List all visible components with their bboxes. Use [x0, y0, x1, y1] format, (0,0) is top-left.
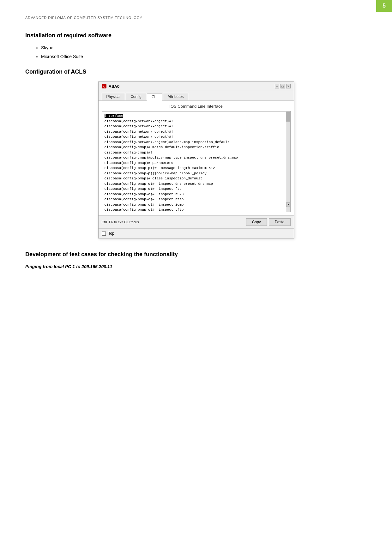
software-list: Skype Microsoft Office Suite — [41, 45, 367, 59]
cli-line: ciscoasa(config-pmap-c)# inspect dns pre… — [105, 182, 213, 186]
cli-hint-text: Ctrl+F6 to exit CLI focus — [102, 220, 139, 224]
page-header: ADVANCED DIPLOMA OF COMPUTER SYSTEM TECH… — [25, 16, 367, 20]
paste-button[interactable]: Paste — [269, 218, 291, 226]
cli-label: IOS Command Line Interface — [102, 104, 291, 109]
page-number: 5 — [383, 3, 386, 9]
page-container: 5 ADVANCED DIPLOMA OF COMPUTER SYSTEM TE… — [0, 0, 392, 554]
tab-attributes[interactable]: Attributes — [163, 93, 189, 100]
cli-line: ciscoasa(config-network-object)#class-ma… — [105, 140, 230, 144]
scrollbar-thumb[interactable] — [286, 112, 290, 122]
cli-line: ciscoasa(config-network-object)#! — [105, 124, 173, 128]
cli-highlight: interface — [105, 114, 123, 118]
dialog-tabs: Physical Config CLI Attributes — [99, 91, 294, 101]
cli-terminal[interactable]: interface ciscoasa(config-network-object… — [102, 111, 291, 212]
cli-line: ciscoasa(config-pmap-c)# inspect h323 — [105, 192, 184, 196]
dialog-title-text: ASA0 — [109, 84, 120, 89]
svg-text:A: A — [103, 85, 105, 88]
section3-subheading: Pinging from local PC 1 to 209.165.200.1… — [25, 264, 367, 269]
cli-footer: Ctrl+F6 to exit CLI focus Copy Paste — [99, 215, 294, 228]
list-item: Microsoft Office Suite — [41, 54, 367, 59]
top-checkbox[interactable] — [102, 232, 106, 236]
cli-line: ciscoasa(config-pmap-p))$policy-map glob… — [105, 172, 207, 175]
cli-line: ciscoasa(config-network-object)#! — [105, 135, 173, 139]
scroll-down-icon[interactable]: ▼ — [286, 202, 291, 207]
cli-line: ciscoasa(config-pmap)# class inspection_… — [105, 177, 202, 180]
dialog-titlebar: A ASA0 – □ × — [99, 82, 294, 91]
dialog-title-left: A ASA0 — [102, 84, 120, 89]
maximize-button[interactable]: □ — [280, 84, 285, 88]
dialog-controls: – □ × — [275, 84, 291, 88]
section2-heading: Configuration of ACLS — [25, 69, 367, 75]
cli-line: ciscoasa(config-network-object)#! — [105, 119, 173, 123]
close-button[interactable]: × — [286, 84, 291, 88]
dialog-content: IOS Command Line Interface interface cis… — [99, 101, 294, 215]
section1-heading: Installation of required software — [25, 32, 367, 39]
top-checkbox-label: Top — [108, 231, 114, 236]
cli-line: ciscoasa(config-pmap-c)# inspect tftp — [105, 208, 184, 212]
asa-icon: A — [102, 84, 107, 89]
scrollbar[interactable]: ▼ — [286, 111, 290, 212]
cli-line: ciscoasa(config-pmap-c)# inspect ftp — [105, 187, 182, 191]
minimize-button[interactable]: – — [275, 84, 279, 88]
section3-heading: Development of test cases for checking t… — [25, 251, 367, 258]
cli-line: ciscoasa(config-cmap)# match default-ins… — [105, 145, 219, 149]
list-item: Skype — [41, 45, 367, 50]
cli-line: ciscoasa(config-cmap)#! — [105, 151, 153, 154]
cli-line: ciscoasa(config-pmap-c)# inspect icmp — [105, 203, 184, 207]
tab-config[interactable]: Config — [126, 93, 146, 100]
dialog-window: A ASA0 – □ × Physical — [98, 81, 294, 238]
copy-button[interactable]: Copy — [246, 218, 267, 226]
tab-physical[interactable]: Physical — [102, 93, 125, 100]
cli-line: ciscoasa(config-cmap)#policy-map type in… — [105, 156, 238, 160]
cli-footer-buttons: Copy Paste — [246, 218, 291, 226]
cli-line: ciscoasa(config-pmap-p))# message-length… — [105, 166, 215, 170]
page-number-badge: 5 — [376, 0, 392, 12]
tab-cli[interactable]: CLI — [147, 93, 162, 101]
cli-line: ciscoasa(config-pmap-c)# inspect http — [105, 197, 184, 201]
cli-line: ciscoasa(config-network-object)#! — [105, 130, 173, 134]
cli-line: ciscoasa(config-pmap)# parameters — [105, 161, 173, 165]
dialog-bottom: Top — [99, 228, 294, 238]
